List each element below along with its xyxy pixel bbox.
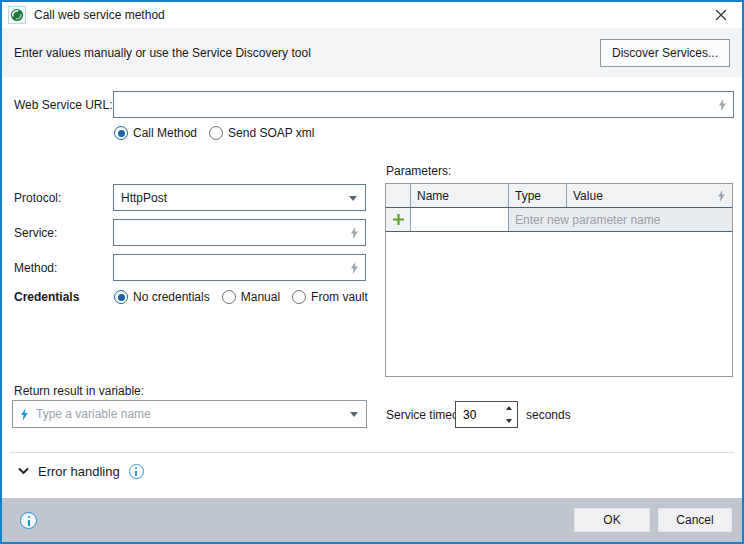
radio-from-vault-circle[interactable] [292, 290, 306, 304]
radio-no-credentials[interactable]: No credentials [114, 290, 210, 304]
header-cell-value-label: Value [573, 189, 603, 203]
new-parameter-name-input[interactable] [417, 213, 502, 227]
divider [10, 452, 734, 453]
header-strip: Enter values manually or use the Service… [2, 28, 742, 77]
lightning-bolt-icon[interactable] [718, 98, 727, 111]
cancel-button[interactable]: Cancel [658, 508, 732, 532]
new-parameter-placeholder[interactable]: Enter new parameter name [509, 208, 732, 231]
header-cell-name[interactable]: Name [411, 184, 509, 207]
radio-manual-circle[interactable] [222, 290, 236, 304]
return-variable-combobox[interactable]: Type a variable name [12, 400, 367, 428]
method-input[interactable] [114, 255, 365, 280]
protocol-dropdown[interactable]: HttpPost [113, 184, 366, 211]
spinner-down-icon[interactable] [500, 415, 517, 428]
lightning-bolt-icon[interactable] [350, 261, 359, 274]
parameters-table-body[interactable] [386, 232, 732, 376]
radio-call-method-label: Call Method [133, 126, 197, 140]
return-variable-placeholder: Type a variable name [36, 407, 151, 421]
new-parameter-name-cell[interactable] [411, 208, 509, 231]
header-cell-blank [386, 184, 411, 207]
protocol-value: HttpPost [121, 191, 167, 205]
header-cell-value[interactable]: Value [567, 184, 732, 207]
spinner-up-icon[interactable] [500, 402, 517, 415]
parameters-new-row: Enter new parameter name [386, 208, 732, 232]
window-title: Call web service method [34, 8, 165, 22]
radio-send-soap-xml-label: Send SOAP xml [228, 126, 314, 140]
return-result-label: Return result in variable: [14, 384, 144, 398]
lightning-bolt-icon [20, 408, 29, 421]
chevron-down-icon[interactable] [18, 467, 29, 475]
lightning-bolt-icon[interactable] [350, 226, 359, 239]
parameters-table: Name Type Value Enter new parameter name [385, 183, 733, 377]
radio-call-method-circle[interactable] [114, 126, 128, 140]
service-label: Service: [14, 226, 57, 240]
info-icon[interactable] [129, 464, 144, 479]
radio-from-vault[interactable]: From vault [292, 290, 368, 304]
method-label: Method: [14, 261, 57, 275]
mode-radio-group: Call Method Send SOAP xml [114, 124, 327, 142]
radio-send-soap-xml[interactable]: Send SOAP xml [209, 126, 314, 140]
lightning-bolt-icon[interactable] [717, 190, 726, 202]
credentials-label: Credentials [14, 290, 79, 304]
error-handling-expander[interactable]: Error handling [18, 461, 144, 481]
chevron-down-icon[interactable] [349, 196, 357, 201]
info-icon[interactable] [20, 512, 37, 529]
radio-no-credentials-circle[interactable] [114, 290, 128, 304]
radio-send-soap-xml-circle[interactable] [209, 126, 223, 140]
call-web-service-dialog: Call web service method Enter values man… [0, 0, 744, 544]
error-handling-label[interactable]: Error handling [38, 464, 120, 479]
service-input[interactable] [114, 220, 365, 245]
method-field [113, 254, 366, 281]
discover-services-button[interactable]: Discover Services... [600, 39, 730, 67]
radio-manual[interactable]: Manual [222, 290, 280, 304]
service-field [113, 219, 366, 246]
instruction-text: Enter values manually or use the Service… [14, 46, 600, 60]
protocol-label: Protocol: [14, 191, 61, 205]
close-icon[interactable] [706, 4, 736, 26]
chevron-down-icon[interactable] [350, 412, 358, 417]
radio-call-method[interactable]: Call Method [114, 126, 197, 140]
timeout-input[interactable] [456, 402, 505, 427]
web-service-url-label: Web Service URL: [14, 98, 112, 112]
credentials-radio-group: No credentials Manual From vault [114, 288, 380, 306]
radio-from-vault-label: From vault [311, 290, 368, 304]
header-cell-type[interactable]: Type [509, 184, 567, 207]
ok-button[interactable]: OK [574, 508, 650, 532]
timeout-spinner [455, 401, 518, 428]
web-service-url-field [113, 91, 734, 118]
footer-bar: OK Cancel [2, 498, 742, 542]
parameters-label: Parameters: [386, 164, 451, 178]
radio-no-credentials-label: No credentials [133, 290, 210, 304]
title-bar: Call web service method [2, 2, 742, 28]
radio-manual-label: Manual [241, 290, 280, 304]
spinner-buttons [500, 402, 517, 427]
web-service-url-input[interactable] [114, 92, 733, 117]
app-icon [8, 6, 26, 24]
parameters-header-row: Name Type Value [386, 184, 732, 208]
timeout-unit-label: seconds [526, 408, 571, 422]
add-parameter-button[interactable] [386, 208, 411, 231]
